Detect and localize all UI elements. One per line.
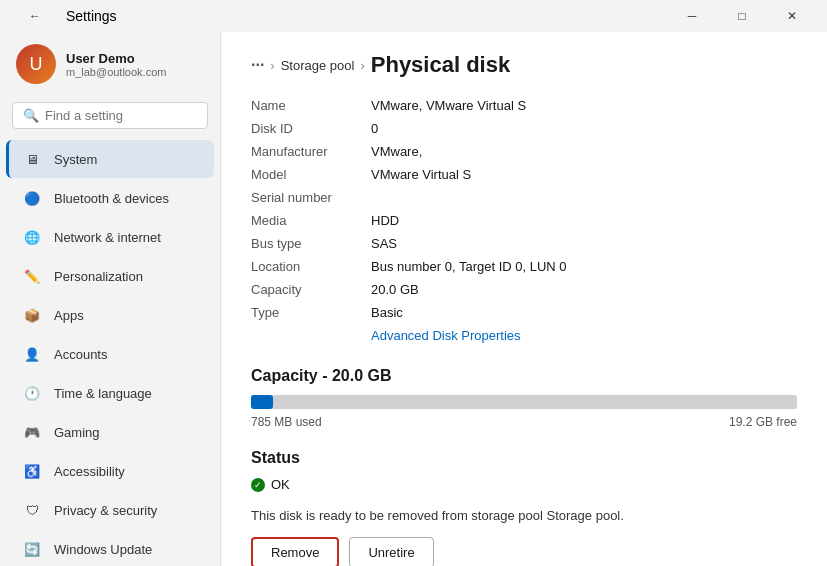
search-icon: 🔍 — [23, 108, 39, 123]
breadcrumb-sep2: › — [360, 58, 364, 73]
detail-label-diskid: Disk ID — [251, 121, 371, 136]
sidebar-item-accounts[interactable]: 👤 Accounts — [6, 335, 214, 373]
sidebar-label-time: Time & language — [54, 386, 152, 401]
apps-icon: 📦 — [22, 305, 42, 325]
detail-label-bustype: Bus type — [251, 236, 371, 251]
sidebar-label-update: Windows Update — [54, 542, 152, 557]
detail-value-type: Basic — [371, 305, 403, 320]
button-row: Remove Unretire — [251, 537, 797, 566]
sidebar-item-update[interactable]: 🔄 Windows Update — [6, 530, 214, 566]
search-box[interactable]: 🔍 — [12, 102, 208, 129]
status-label: OK — [271, 477, 290, 492]
sidebar-item-system[interactable]: 🖥 System — [6, 140, 214, 178]
update-icon: 🔄 — [22, 539, 42, 559]
detail-label-type: Type — [251, 305, 371, 320]
sidebar-item-gaming[interactable]: 🎮 Gaming — [6, 413, 214, 451]
detail-row-serial: Serial number — [251, 186, 797, 209]
sidebar-label-network: Network & internet — [54, 230, 161, 245]
detail-label-location: Location — [251, 259, 371, 274]
back-button[interactable]: ← — [12, 0, 58, 32]
accounts-icon: 👤 — [22, 344, 42, 364]
titlebar-controls: ─ □ ✕ — [669, 0, 815, 32]
capacity-bar-fill — [251, 395, 273, 409]
sidebar-item-network[interactable]: 🌐 Network & internet — [6, 218, 214, 256]
detail-value-bustype: SAS — [371, 236, 397, 251]
detail-row-name: Name VMware, VMware Virtual S — [251, 94, 797, 117]
sidebar: U User Demo m_lab@outlook.com 🔍 🖥 System… — [0, 32, 220, 566]
titlebar: ← Settings ─ □ ✕ — [0, 0, 827, 32]
detail-label-serial: Serial number — [251, 190, 371, 205]
user-email: m_lab@outlook.com — [66, 66, 166, 78]
minimize-button[interactable]: ─ — [669, 0, 715, 32]
sidebar-label-personalization: Personalization — [54, 269, 143, 284]
avatar: U — [16, 44, 56, 84]
capacity-used: 785 MB used — [251, 415, 322, 429]
capacity-section: Capacity - 20.0 GB 785 MB used 19.2 GB f… — [251, 367, 797, 429]
status-ok-row: OK — [251, 477, 797, 492]
detail-value-model: VMware Virtual S — [371, 167, 471, 182]
sidebar-item-apps[interactable]: 📦 Apps — [6, 296, 214, 334]
capacity-labels: 785 MB used 19.2 GB free — [251, 415, 797, 429]
detail-value-name: VMware, VMware Virtual S — [371, 98, 526, 113]
sidebar-item-privacy[interactable]: 🛡 Privacy & security — [6, 491, 214, 529]
maximize-button[interactable]: □ — [719, 0, 765, 32]
capacity-bar-container — [251, 395, 797, 409]
privacy-icon: 🛡 — [22, 500, 42, 520]
bluetooth-icon: 🔵 — [22, 188, 42, 208]
sidebar-item-accessibility[interactable]: ♿ Accessibility — [6, 452, 214, 490]
system-icon: 🖥 — [22, 149, 42, 169]
detail-label-manufacturer: Manufacturer — [251, 144, 371, 159]
titlebar-left: ← Settings — [12, 0, 117, 32]
unretire-button[interactable]: Unretire — [349, 537, 433, 566]
content-area: ··· › Storage pool › Physical disk Name … — [220, 32, 827, 566]
sidebar-item-bluetooth[interactable]: 🔵 Bluetooth & devices — [6, 179, 214, 217]
detail-label-name: Name — [251, 98, 371, 113]
detail-value-diskid: 0 — [371, 121, 378, 136]
sidebar-label-accounts: Accounts — [54, 347, 107, 362]
gaming-icon: 🎮 — [22, 422, 42, 442]
sidebar-label-accessibility: Accessibility — [54, 464, 125, 479]
breadcrumb: ··· › Storage pool › Physical disk — [251, 52, 797, 78]
breadcrumb-sep1: › — [270, 58, 274, 73]
breadcrumb-dots: ··· — [251, 56, 264, 74]
detail-table: Name VMware, VMware Virtual S Disk ID 0 … — [251, 94, 797, 347]
detail-value-capacity: 20.0 GB — [371, 282, 419, 297]
detail-value-media: HDD — [371, 213, 399, 228]
sidebar-nav: 🖥 System 🔵 Bluetooth & devices 🌐 Network… — [0, 139, 220, 566]
detail-row-capacity: Capacity 20.0 GB — [251, 278, 797, 301]
sidebar-item-personalization[interactable]: ✏️ Personalization — [6, 257, 214, 295]
search-input[interactable] — [45, 108, 197, 123]
detail-label-model: Model — [251, 167, 371, 182]
detail-row-media: Media HDD — [251, 209, 797, 232]
detail-label-capacity: Capacity — [251, 282, 371, 297]
detail-row-bustype: Bus type SAS — [251, 232, 797, 255]
detail-row-location: Location Bus number 0, Target ID 0, LUN … — [251, 255, 797, 278]
detail-row-type: Type Basic — [251, 301, 797, 324]
detail-row-model: Model VMware Virtual S — [251, 163, 797, 186]
detail-row-manufacturer: Manufacturer VMware, — [251, 140, 797, 163]
user-name: User Demo — [66, 51, 166, 66]
page-title: Physical disk — [371, 52, 510, 78]
accessibility-icon: ♿ — [22, 461, 42, 481]
personalization-icon: ✏️ — [22, 266, 42, 286]
close-button[interactable]: ✕ — [769, 0, 815, 32]
capacity-free: 19.2 GB free — [729, 415, 797, 429]
sidebar-label-gaming: Gaming — [54, 425, 100, 440]
detail-value-manufacturer: VMware, — [371, 144, 422, 159]
breadcrumb-storage-pool[interactable]: Storage pool — [281, 58, 355, 73]
detail-value-location: Bus number 0, Target ID 0, LUN 0 — [371, 259, 567, 274]
advanced-disk-link[interactable]: Advanced Disk Properties — [371, 328, 521, 343]
status-section: Status OK — [251, 449, 797, 492]
network-icon: 🌐 — [22, 227, 42, 247]
sidebar-label-privacy: Privacy & security — [54, 503, 157, 518]
status-title: Status — [251, 449, 797, 467]
user-profile[interactable]: U User Demo m_lab@outlook.com — [0, 32, 220, 96]
detail-label-advanced — [251, 328, 371, 343]
window-title: Settings — [66, 8, 117, 24]
sidebar-item-time[interactable]: 🕐 Time & language — [6, 374, 214, 412]
remove-button[interactable]: Remove — [251, 537, 339, 566]
capacity-title: Capacity - 20.0 GB — [251, 367, 797, 385]
main-window: U User Demo m_lab@outlook.com 🔍 🖥 System… — [0, 32, 827, 566]
sidebar-label-bluetooth: Bluetooth & devices — [54, 191, 169, 206]
sidebar-label-system: System — [54, 152, 97, 167]
